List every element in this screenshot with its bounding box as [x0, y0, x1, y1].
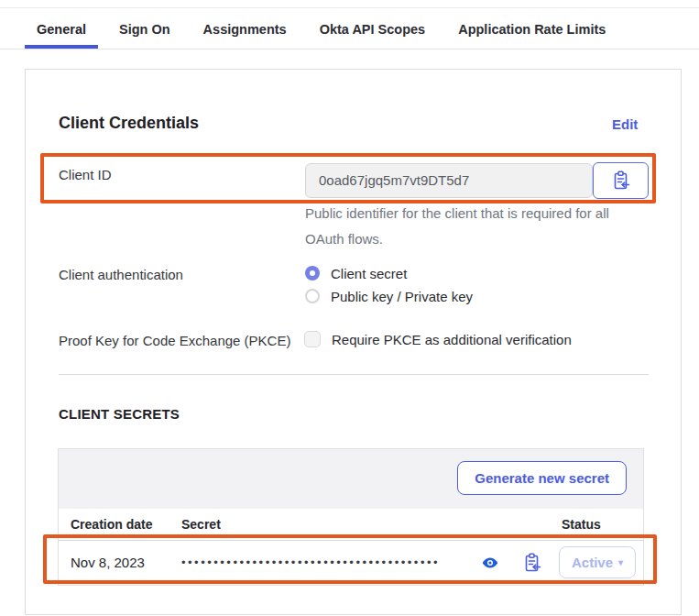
client-id-label: Client ID — [59, 167, 112, 182]
table-toolbar: Generate new secret — [59, 449, 643, 509]
tab-application-rate-limits[interactable]: Application Rate Limits — [446, 9, 617, 49]
creation-date-cell: Nov 8, 2023 — [71, 541, 145, 585]
checkbox-unchecked-icon[interactable] — [304, 331, 321, 347]
table-header-row: Creation date Secret Status — [59, 509, 643, 541]
client-credentials-card: Client Credentials Edit Client ID 0oad67… — [25, 69, 682, 615]
generate-new-secret-button[interactable]: Generate new secret — [457, 461, 627, 495]
header-creation-date: Creation date — [71, 509, 152, 541]
client-id-value[interactable]: 0oad67jgq5m7vt9DT5d7 — [305, 163, 593, 198]
copy-secret-button[interactable] — [523, 553, 541, 573]
radio-option-client-secret[interactable]: Client secret — [305, 263, 407, 283]
radio-selected-icon[interactable] — [305, 266, 320, 280]
header-status: Status — [562, 509, 601, 541]
pkce-option-label: Require PKCE as additional verification — [332, 332, 572, 347]
okta-app-settings-screen: General Sign On Assignments Okta API Sco… — [0, 0, 699, 616]
clipboard-copy-icon — [612, 170, 630, 191]
pkce-label: Proof Key for Code Exchange (PKCE) — [59, 333, 290, 348]
radio-label: Public key / Private key — [331, 289, 473, 304]
client-id-help-text: Public identifier for the client that is… — [305, 201, 609, 252]
header-secret: Secret — [181, 509, 221, 541]
section-title: Client Credentials — [59, 114, 199, 133]
pkce-option[interactable]: Require PKCE as additional verification — [304, 329, 572, 349]
table-row: Nov 8, 2023 ••••••••••••••••••••••••••••… — [59, 541, 643, 585]
client-secrets-table: Generate new secret Creation date Secret… — [58, 448, 644, 586]
copy-client-id-button[interactable] — [593, 162, 649, 199]
tab-assignments[interactable]: Assignments — [191, 9, 299, 49]
tab-okta-api-scopes[interactable]: Okta API Scopes — [308, 9, 438, 49]
tab-sign-on[interactable]: Sign On — [107, 9, 182, 49]
status-label: Active — [572, 555, 613, 570]
client-authentication-label: Client authentication — [59, 267, 183, 282]
tab-bar: General Sign On Assignments Okta API Sco… — [0, 9, 699, 50]
radio-unselected-icon[interactable] — [305, 289, 320, 303]
chevron-down-icon: ▾ — [618, 557, 623, 567]
section-divider — [59, 374, 649, 375]
tab-general[interactable]: General — [25, 9, 98, 49]
clipboard-copy-icon — [523, 553, 541, 573]
radio-label: Client secret — [331, 266, 407, 281]
eye-icon — [481, 554, 499, 572]
masked-secret-cell: •••••••••••••••••••••••••••••••••••••••• — [181, 541, 440, 585]
edit-link[interactable]: Edit — [612, 116, 638, 132]
top-divider — [0, 7, 699, 8]
reveal-secret-button[interactable] — [481, 554, 499, 572]
radio-option-public-private-key[interactable]: Public key / Private key — [305, 286, 473, 306]
status-dropdown-button[interactable]: Active ▾ — [559, 546, 636, 578]
client-secrets-title: CLIENT SECRETS — [59, 406, 180, 422]
